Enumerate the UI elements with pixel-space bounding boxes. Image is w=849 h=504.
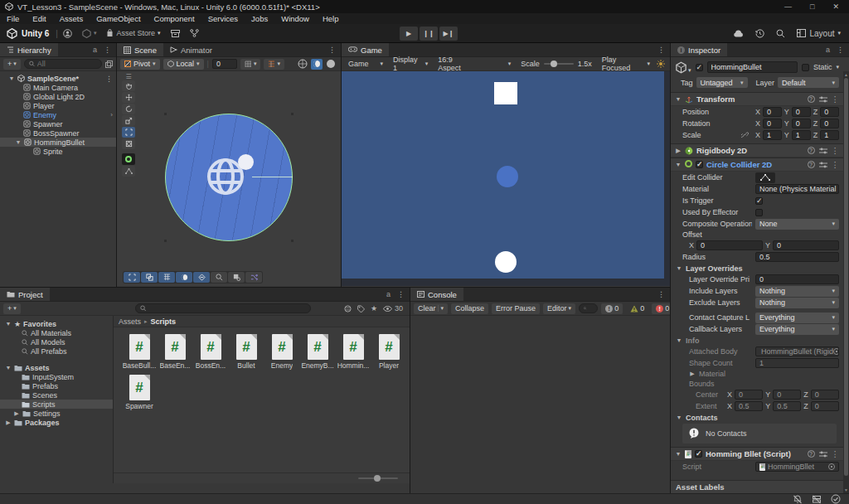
- tab-animator[interactable]: Animator: [163, 43, 219, 56]
- help-icon[interactable]: ?: [808, 161, 815, 168]
- layer-overrides-foldout[interactable]: ▼Layer Overrides: [671, 263, 843, 274]
- grid-size-field[interactable]: 0: [212, 59, 237, 69]
- inspector-menu-icon[interactable]: ⋮: [837, 46, 844, 54]
- offset-y-field[interactable]: 0: [773, 240, 839, 250]
- search-by-type-icon[interactable]: [344, 305, 352, 313]
- tab-inspector[interactable]: i Inspector: [671, 43, 727, 56]
- draw-mode-toggle[interactable]: [124, 272, 140, 283]
- packages-foldout[interactable]: ▶ Packages: [0, 418, 113, 427]
- component-menu-icon[interactable]: ⋮: [832, 449, 840, 458]
- scale-tool[interactable]: [122, 115, 135, 126]
- error-count-toggle[interactable]: ! 0: [652, 303, 670, 314]
- assets-foldout[interactable]: ▼ Assets: [0, 363, 113, 372]
- folder-settings[interactable]: ▶ Settings: [0, 409, 113, 418]
- collider-enabled-checkbox[interactable]: [696, 161, 703, 168]
- console-log-area[interactable]: [410, 316, 670, 493]
- cloud-icon[interactable]: [733, 30, 744, 37]
- search-by-label-icon[interactable]: [357, 305, 365, 313]
- version-control-icon[interactable]: [190, 29, 199, 37]
- asset-script-bossenemy[interactable]: #BossEn...: [193, 334, 228, 370]
- layer-override-priority-field[interactable]: 0: [755, 274, 839, 284]
- position-y-field[interactable]: 0: [792, 107, 811, 117]
- contact-capture-dropdown[interactable]: Everything▾: [755, 313, 839, 323]
- breadcrumb-scripts[interactable]: Scripts: [151, 317, 177, 326]
- gameobject-cube-icon[interactable]: [675, 61, 687, 74]
- component-menu-icon[interactable]: ⋮: [832, 160, 840, 169]
- pause-button[interactable]: ❙❙: [420, 27, 438, 41]
- grid-snap-toggle[interactable]: ▾: [240, 59, 261, 70]
- asset-labels-bar[interactable]: Asset Labels: [671, 480, 843, 493]
- gameobject-name-field[interactable]: [711, 63, 793, 71]
- folder-prefabs[interactable]: Prefabs: [0, 381, 113, 390]
- game-horizontal-scrollbar[interactable]: [342, 279, 670, 286]
- save-search-star-icon[interactable]: ★: [371, 304, 377, 313]
- edit-collider-tool-active[interactable]: [122, 153, 135, 165]
- component-menu-icon[interactable]: ⋮: [832, 146, 840, 155]
- component-menu-icon[interactable]: ⋮: [832, 94, 840, 104]
- info-material-foldout[interactable]: ▶Material: [671, 369, 843, 379]
- asset-store-button[interactable]: Asset Store ▾: [106, 29, 160, 37]
- menu-edit[interactable]: Edit: [26, 14, 52, 23]
- undo-history-icon[interactable]: [755, 29, 764, 38]
- help-icon[interactable]: ?: [808, 95, 815, 103]
- exclude-layers-dropdown[interactable]: Nothing▾: [755, 298, 839, 308]
- overlay-drag-handle[interactable]: ☰: [125, 75, 131, 80]
- 2d-mode-toggle[interactable]: [141, 272, 158, 283]
- clear-button[interactable]: Clear▾: [414, 303, 448, 314]
- script-component-header[interactable]: ▼ # Homming Bllet (Script) ? ⋮: [671, 447, 843, 461]
- selection-handle[interactable]: [291, 113, 294, 115]
- hand-tool[interactable]: [122, 80, 135, 91]
- background-tasks-icon[interactable]: [812, 495, 822, 504]
- asset-script-player[interactable]: #Player: [371, 334, 406, 370]
- menu-window[interactable]: Window: [274, 14, 316, 23]
- scale-link-icon[interactable]: [741, 132, 752, 138]
- search-icon[interactable]: [776, 29, 785, 38]
- collider-radius-handle[interactable]: [252, 177, 293, 177]
- menu-gameobject[interactable]: GameObject: [90, 14, 147, 23]
- hierarchy-search-input[interactable]: [37, 60, 97, 68]
- presets-icon[interactable]: [819, 451, 827, 458]
- asset-script-basebullet[interactable]: #BaseBull...: [122, 334, 157, 370]
- scale-z-field[interactable]: 1: [820, 130, 839, 140]
- selection-handle[interactable]: [164, 240, 167, 242]
- help-icon[interactable]: ?: [808, 450, 815, 458]
- hidden-packages-icon[interactable]: 30: [383, 304, 403, 313]
- gizmos-toggle-icon[interactable]: [298, 59, 308, 69]
- material-object-field[interactable]: None (Physics Material 2: [755, 184, 839, 194]
- lock-icon[interactable]: a: [386, 290, 391, 298]
- tab-hierarchy[interactable]: Hierarchy: [0, 43, 58, 56]
- hierarchy-item-sprite[interactable]: Sprite: [0, 147, 116, 156]
- hierarchy-item-enemy[interactable]: Enemy ›: [0, 110, 116, 119]
- custom-tools[interactable]: [122, 166, 135, 177]
- script-enabled-checkbox[interactable]: [695, 450, 702, 458]
- folder-inputsystem[interactable]: InputSystem: [0, 372, 113, 381]
- info-foldout[interactable]: ▼Info: [671, 335, 843, 346]
- favorite-all-prefabs[interactable]: All Prefabs: [0, 346, 113, 356]
- hierarchy-menu-icon[interactable]: ⋮: [104, 46, 111, 54]
- prefab-open-arrow[interactable]: ›: [110, 111, 116, 119]
- status-ok-icon[interactable]: [831, 494, 841, 504]
- tab-scene[interactable]: Scene: [117, 43, 163, 56]
- play-button[interactable]: ▶: [400, 27, 418, 41]
- transform-tool[interactable]: [122, 138, 135, 149]
- info-count-toggle[interactable]: ! 0: [601, 303, 623, 314]
- effects-toggle[interactable]: [193, 272, 210, 283]
- scene-viewport[interactable]: ☰: [117, 71, 341, 286]
- console-search[interactable]: [579, 303, 598, 313]
- hierarchy-item-main-camera[interactable]: Main Camera: [0, 83, 116, 92]
- cloud-services-icon[interactable]: ▾: [82, 29, 97, 38]
- menu-file[interactable]: File: [0, 14, 26, 23]
- help-icon[interactable]: ?: [808, 147, 815, 154]
- pivot-toggle[interactable]: Pivot▾: [120, 59, 160, 70]
- edit-collider-button[interactable]: [755, 172, 775, 183]
- scene-lighting-toggle-icon[interactable]: [311, 59, 323, 70]
- unity-version-badge[interactable]: Unity 6: [0, 28, 56, 39]
- rotation-x-field[interactable]: 0: [763, 119, 782, 128]
- close-button[interactable]: ✕: [832, 2, 839, 11]
- game-vertical-scrollbar[interactable]: [664, 71, 670, 279]
- hierarchy-item-player[interactable]: Player: [0, 101, 116, 110]
- tag-dropdown[interactable]: Untagged▾: [696, 77, 748, 88]
- project-search[interactable]: [135, 303, 311, 313]
- asset-script-bullet[interactable]: #Bullet: [229, 334, 264, 370]
- presets-icon[interactable]: [819, 96, 827, 103]
